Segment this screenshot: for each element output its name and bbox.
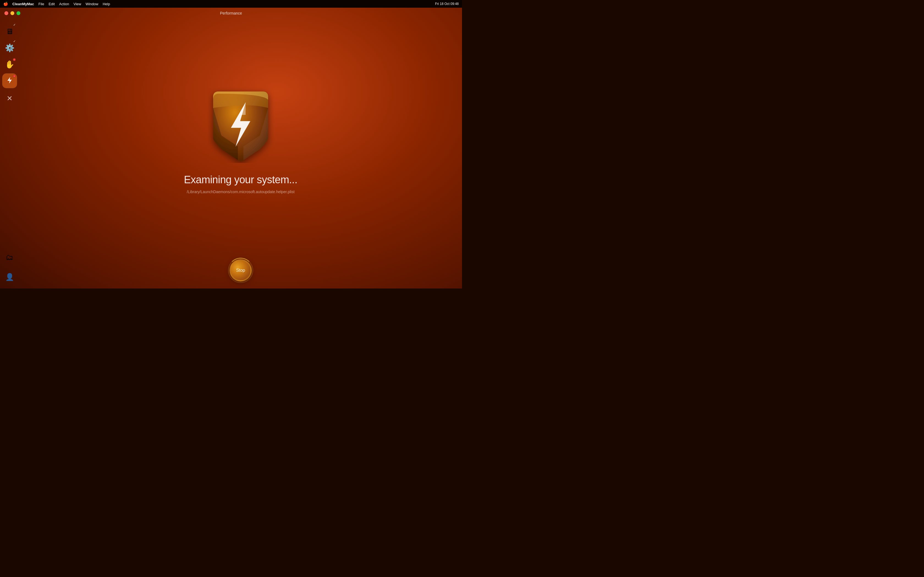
user-avatar-icon: 👤: [5, 273, 14, 281]
privacy-badge: [13, 58, 16, 61]
menubar-file[interactable]: File: [39, 2, 44, 6]
health-icon: ⚙️: [5, 44, 15, 53]
svg-marker-0: [7, 77, 12, 84]
sidebar: ✓ 🖥 ✓ ⚙️ ✋ ✕ 🗂: [0, 8, 19, 288]
menubar-window[interactable]: Window: [86, 2, 98, 6]
traffic-lights: [5, 11, 20, 15]
window-title: Performance: [220, 11, 242, 15]
maximize-button[interactable]: [16, 11, 20, 15]
check-icon: ✓: [13, 23, 16, 27]
performance-app-icon: [205, 86, 276, 163]
menubar-time: Fri 18 Oct 09:48: [435, 2, 459, 6]
progress-spinner: [228, 258, 253, 283]
sidebar-item-user[interactable]: 👤: [2, 270, 17, 284]
window-chrome: Performance: [0, 8, 462, 19]
scanner-icon: 🖥: [6, 27, 13, 36]
apple-menu-icon[interactable]: 🍎: [3, 2, 8, 6]
performance-badge: [13, 75, 16, 77]
menubar-view[interactable]: View: [73, 2, 81, 6]
sidebar-item-performance[interactable]: [2, 74, 17, 88]
menubar-items: File Edit Action View Window Help: [39, 2, 110, 6]
extensions-icon: ✕: [6, 94, 13, 103]
sidebar-item-scanner[interactable]: ✓ 🖥: [2, 24, 17, 39]
sidebar-item-extensions[interactable]: ✕: [2, 91, 17, 105]
menubar-action[interactable]: Action: [59, 2, 69, 6]
close-button[interactable]: [5, 11, 8, 15]
menubar: 🍎 CleanMyMac File Edit Action View Windo…: [0, 0, 462, 8]
performance-sidebar-icon: [5, 76, 14, 86]
menubar-left: 🍎 CleanMyMac File Edit Action View Windo…: [3, 2, 110, 6]
main-window: Performance ✓ 🖥 ✓ ⚙️ ✋: [0, 8, 462, 288]
sidebar-item-folder[interactable]: 🗂: [2, 250, 17, 264]
menubar-right: Fri 18 Oct 09:48: [435, 2, 459, 6]
check-icon-2: ✓: [13, 40, 16, 43]
menubar-edit[interactable]: Edit: [48, 2, 55, 6]
sidebar-item-health[interactable]: ✓ ⚙️: [2, 41, 17, 55]
privacy-icon: ✋: [5, 60, 15, 69]
stop-button-wrapper: Stop: [228, 258, 253, 283]
stop-button-container: Stop: [228, 258, 253, 283]
folder-icon: 🗂: [6, 253, 13, 262]
main-content: Examining your system... /Library/Launch…: [19, 8, 462, 288]
minimize-button[interactable]: [10, 11, 14, 15]
menubar-app-name[interactable]: CleanMyMac: [12, 2, 34, 6]
sidebar-item-privacy[interactable]: ✋: [2, 57, 17, 71]
status-subtitle: /Library/LaunchDaemons/com.microsoft.aut…: [187, 190, 294, 194]
status-title: Examining your system...: [184, 174, 297, 186]
menubar-help[interactable]: Help: [103, 2, 110, 6]
app-icon-container: [205, 86, 276, 163]
